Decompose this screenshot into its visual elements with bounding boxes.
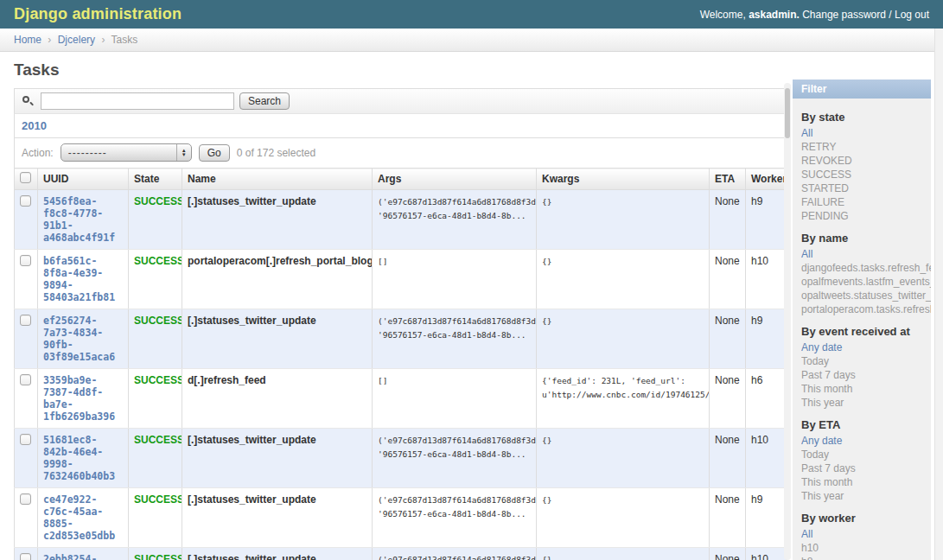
filter-option[interactable]: REVOKED — [801, 154, 931, 168]
filter-option[interactable]: opalfmevents.lastfm_events_upd — [801, 275, 931, 289]
search-input[interactable] — [41, 92, 234, 110]
uuid-link[interactable]: 5456f8ea-f8c8-4778-91b1-a468abc4f91f — [43, 195, 123, 244]
filter-option[interactable]: This year — [801, 489, 931, 503]
site-title: Django administration — [14, 5, 182, 23]
table-row: 51681ec8-842b-46e4-9998-7632460b40b3SUCC… — [15, 429, 787, 488]
eta-cell: None — [710, 369, 746, 429]
filter-option[interactable]: FAILURE — [801, 195, 931, 209]
args-cell: ('e97c687d13d87f614a6d81768d8f3d8e','965… — [373, 429, 537, 488]
uuid-link[interactable]: ef256274-7a73-4834-90fb-03f89e15aca6 — [43, 315, 123, 363]
filter-option[interactable]: Any date — [801, 340, 931, 354]
column-header-name[interactable]: Name — [182, 169, 373, 190]
search-toolbar: Search — [14, 88, 786, 113]
filter-option[interactable]: All — [801, 527, 931, 541]
filter-group: By workerAllh10h8h6 — [793, 512, 931, 560]
breadcrumb-home[interactable]: Home — [14, 34, 41, 46]
column-header-args[interactable]: Args — [373, 169, 537, 190]
actions-bar: Action: --------- ▲▼ Go 0 of 172 selecte… — [14, 138, 786, 168]
filter-sidebar: Filter By stateAllRETRYREVOKEDSUCCESSSTA… — [793, 80, 931, 560]
window-scrollbar[interactable] — [934, 29, 943, 560]
page-title: Tasks — [14, 60, 943, 80]
uuid-link[interactable]: 3359ba9e-7387-4d8f-ba7e-1fb6269ba396 — [43, 374, 123, 423]
filter-option[interactable]: STARTED — [801, 181, 931, 195]
column-header-kwargs[interactable]: Kwargs — [537, 169, 710, 190]
select-all-checkbox[interactable] — [20, 172, 31, 183]
uuid-link[interactable]: b6fa561c-8f8a-4e39-9894-58403a21fb81 — [43, 255, 123, 303]
row-checkbox[interactable] — [20, 434, 31, 445]
state-cell: SUCCESS — [129, 190, 182, 250]
changelist: Search 2010 Action: --------- ▲▼ Go 0 of… — [14, 88, 786, 560]
worker-cell: h10 — [746, 548, 787, 560]
uuid-link[interactable]: 2ebb8254-6891-4b6c-a0e7-4ab80c404097 — [43, 553, 123, 560]
select-stepper-icon: ▲▼ — [176, 144, 191, 161]
worker-cell: h9 — [746, 488, 787, 548]
results-table: UUID State Name Args Kwargs ETA Worker 5… — [14, 168, 787, 560]
action-select[interactable]: --------- ▲▼ — [61, 143, 192, 162]
row-checkbox[interactable] — [20, 315, 31, 326]
column-header-worker[interactable]: Worker — [746, 169, 787, 190]
results-scrollbar-thumb[interactable] — [785, 88, 790, 138]
row-checkbox[interactable] — [20, 255, 31, 266]
go-button[interactable]: Go — [199, 144, 230, 162]
uuid-link[interactable]: ce47e922-c76c-45aa-8885-c2d853e05dbb — [43, 493, 123, 542]
logout-link[interactable]: Log out — [895, 9, 929, 21]
row-checkbox[interactable] — [20, 195, 31, 207]
row-checkbox[interactable] — [20, 553, 31, 560]
uuid-cell: 2ebb8254-6891-4b6c-a0e7-4ab80c404097 — [38, 548, 129, 560]
row-select-cell — [15, 190, 38, 250]
filter-option[interactable]: All — [801, 247, 931, 261]
filter-option[interactable]: h8 — [801, 555, 931, 560]
action-label: Action: — [22, 147, 54, 159]
row-select-cell — [15, 548, 38, 560]
filter-option[interactable]: Today — [801, 354, 931, 368]
filter-option[interactable]: This month — [801, 475, 931, 489]
column-header-uuid[interactable]: UUID — [38, 169, 129, 190]
filter-group: By event received atAny dateTodayPast 7 … — [793, 325, 931, 410]
search-icon — [22, 95, 34, 107]
user-tools: Welcome, askadmin. Change password / Log… — [700, 9, 929, 21]
filter-option[interactable]: All — [801, 126, 931, 140]
column-header-state[interactable]: State — [129, 169, 182, 190]
uuid-cell: 3359ba9e-7387-4d8f-ba7e-1fb6269ba396 — [38, 369, 129, 429]
filter-option[interactable]: This month — [801, 382, 931, 396]
name-cell: portaloperacom[.]refresh_portal_blog — [182, 250, 373, 309]
filter-option[interactable]: Today — [801, 448, 931, 461]
filter-option[interactable]: Past 7 days — [801, 461, 931, 475]
filter-option[interactable]: portaloperacom.tasks.refresh_p — [801, 302, 931, 316]
filter-option[interactable]: opaltweets.statuses_twitter_upd — [801, 289, 931, 302]
breadcrumb-app[interactable]: Djcelery — [58, 34, 95, 46]
app-header: Django administration Welcome, askadmin.… — [0, 0, 943, 29]
user-links-separator: / — [889, 9, 891, 21]
worker-cell: h10 — [746, 429, 787, 488]
worker-cell: h9 — [746, 190, 787, 250]
filter-option[interactable]: SUCCESS — [801, 168, 931, 181]
worker-cell: h9 — [746, 309, 787, 369]
uuid-link[interactable]: 51681ec8-842b-46e4-9998-7632460b40b3 — [43, 434, 123, 482]
results-scrollbar[interactable] — [784, 83, 791, 560]
row-checkbox[interactable] — [20, 493, 31, 505]
change-password-link[interactable]: Change password — [802, 9, 886, 21]
filter-option[interactable]: Any date — [801, 434, 931, 448]
filter-group-heading: By ETA — [801, 418, 922, 431]
kwargs-cell: {} — [537, 190, 710, 250]
state-cell: SUCCESS — [129, 369, 182, 429]
table-row: ce47e922-c76c-45aa-8885-c2d853e05dbbSUCC… — [15, 488, 787, 548]
table-header-row: UUID State Name Args Kwargs ETA Worker — [15, 169, 787, 190]
date-hierarchy-year-link[interactable]: 2010 — [22, 119, 47, 132]
kwargs-cell: {'feed_id': 231L, 'feed_url':u'http://ww… — [537, 369, 710, 429]
name-cell: [.]statuses_twitter_update — [182, 548, 373, 560]
kwargs-cell: {} — [537, 548, 710, 560]
eta-cell: None — [710, 429, 746, 488]
search-button[interactable]: Search — [239, 92, 290, 110]
state-cell: SUCCESS — [129, 548, 182, 560]
row-checkbox[interactable] — [20, 374, 31, 385]
filter-option[interactable]: Past 7 days — [801, 368, 931, 382]
filter-option[interactable]: djangofeeds.tasks.refresh_feed — [801, 261, 931, 275]
filter-option[interactable]: RETRY — [801, 140, 931, 154]
column-header-eta[interactable]: ETA — [710, 169, 746, 190]
filter-group-heading: By state — [801, 111, 922, 124]
kwargs-cell: {} — [537, 429, 710, 488]
filter-option[interactable]: This year — [801, 396, 931, 410]
filter-option[interactable]: h10 — [801, 541, 931, 555]
filter-option[interactable]: PENDING — [801, 209, 931, 223]
